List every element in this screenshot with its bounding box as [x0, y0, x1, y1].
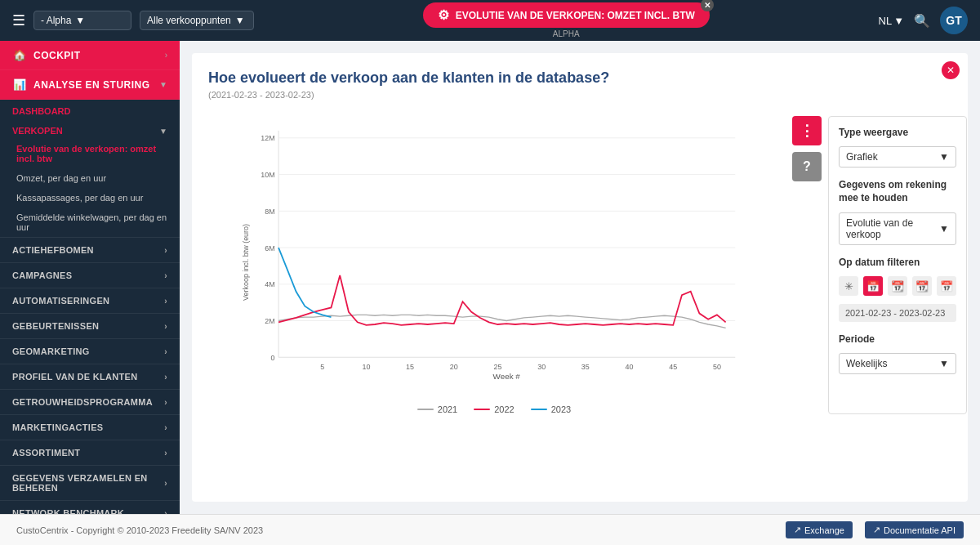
svg-text:5: 5 [320, 363, 324, 371]
sidebar-item-getrouw[interactable]: GETROUWHEIDSPROGRAMMA › [0, 389, 180, 414]
svg-text:50: 50 [713, 363, 721, 371]
sidebar-sub-evolutie[interactable]: Evolutie van de verkopen: omzet incl. bt… [0, 139, 180, 168]
close-chart-button[interactable]: ✕ [942, 61, 960, 79]
sidebar-verkopen[interactable]: VERKOPEN ▼ [0, 119, 180, 139]
svg-text:30: 30 [537, 363, 546, 371]
gegevens-label: Gegevens om rekening mee te houden [839, 179, 956, 204]
svg-text:0: 0 [271, 354, 275, 362]
svg-text:10: 10 [362, 363, 370, 371]
header-right: NL ▼ 🔍 GT [879, 7, 969, 34]
gegevens-dropdown[interactable]: Evolutie van de verkoop ▼ [839, 212, 956, 245]
breadcrumb-sub: ALPHA [553, 29, 580, 38]
svg-text:25: 25 [493, 363, 501, 371]
language-selector[interactable]: NL ▼ [879, 15, 905, 27]
chevron-right-icon: › [164, 449, 167, 458]
sidebar-item-assortiment[interactable]: ASSORTIMENT › [0, 440, 180, 465]
sidebar-dashboard[interactable]: DASHBOARD [0, 100, 180, 119]
chevron-right-icon: › [164, 322, 167, 331]
sidebar-item-gebeurtenissen[interactable]: GEBEURTENISSEN › [0, 313, 180, 338]
chart-legend: 2021 2022 2023 [208, 404, 780, 414]
periode-dropdown[interactable]: Wekelijks ▼ [839, 353, 956, 374]
chart-container: ✕ Hoe evolueert de verkoop aan de klante… [192, 53, 968, 502]
svg-text:12M: 12M [261, 134, 274, 142]
sidebar-item-campagnes[interactable]: CAMPAGNES › [0, 262, 180, 288]
docs-button[interactable]: ↗ Documentatie API [865, 521, 964, 538]
chevron-right-icon: › [164, 347, 167, 356]
sidebar-sub-gemiddelde[interactable]: Gemiddelde winkelwagen, per dag en uur [0, 208, 180, 237]
sidebar-item-analyse[interactable]: 📊 ANALYSE EN STURING ▼ [0, 70, 180, 100]
type-weergave-dropdown[interactable]: Grafiek ▼ [839, 146, 956, 168]
chevron-right-icon: › [164, 423, 167, 432]
chevron-right-icon: › [164, 246, 167, 255]
filter-calendar-active-icon[interactable]: 📅 [863, 276, 883, 296]
exchange-icon: ↗ [794, 525, 801, 535]
chevron-down-icon: ▼ [159, 127, 167, 136]
chevron-right-icon: › [164, 479, 167, 488]
sidebar-item-marketing[interactable]: MARKETINGACTIES › [0, 414, 180, 440]
periode-label: Periode [839, 333, 956, 345]
filter-calendar1-icon[interactable]: 📆 [888, 276, 907, 296]
svg-text:Verkoop incl. btw (euro): Verkoop incl. btw (euro) [242, 224, 250, 301]
svg-text:Week #: Week # [493, 372, 521, 381]
line-chart: Verkoop incl. btw (euro) 0 2M [208, 116, 780, 394]
hamburger-icon[interactable]: ☰ [12, 11, 25, 29]
alpha-dropdown[interactable]: - Alpha ▼ [33, 11, 131, 30]
chevron-right-icon: › [164, 271, 167, 280]
chevron-right-icon: › [165, 51, 167, 60]
svg-text:40: 40 [626, 363, 634, 371]
main-layout: 🏠 COCKPIT › 📊 ANALYSE EN STURING ▼ DASHB… [0, 41, 980, 514]
svg-text:20: 20 [450, 363, 458, 371]
svg-text:2M: 2M [265, 317, 274, 325]
chevron-down-icon: ▼ [159, 80, 167, 89]
chevron-down-icon: ▼ [75, 15, 85, 26]
sidebar-sub-omzet[interactable]: Omzet, per dag en uur [0, 168, 180, 188]
docs-icon: ↗ [873, 525, 880, 535]
filter-icons-row: ✳ 📅 📆 📆 📅 [839, 276, 956, 296]
legend-2023: 2023 [531, 404, 571, 414]
sidebar-item-automatiseringen[interactable]: AUTOMATISERINGEN › [0, 288, 180, 313]
chevron-down-icon: ▼ [939, 358, 949, 369]
avatar[interactable]: GT [940, 7, 968, 34]
legend-2021: 2021 [417, 404, 457, 414]
panel-floating-buttons: ⋮ ? [792, 116, 822, 414]
options-button[interactable]: ⋮ [792, 116, 822, 145]
filter-star-icon[interactable]: ✳ [839, 276, 858, 296]
copyright-text: CustoCentrix - Copyright © 2010-2023 Fre… [16, 525, 263, 535]
legend-2022: 2022 [474, 404, 514, 414]
sidebar-item-gegevens[interactable]: GEGEVENS VERZAMELEN EN BEHEREN › [0, 465, 180, 500]
sidebar-item-cockpit[interactable]: 🏠 COCKPIT › [0, 41, 180, 70]
sidebar-item-actiehefbomen[interactable]: ACTIEHEFBOMEN › [0, 237, 180, 262]
chevron-right-icon: › [164, 398, 167, 407]
sidebar-item-geomarketing[interactable]: GEOMARKETING › [0, 338, 180, 364]
chevron-down-icon: ▼ [939, 151, 949, 163]
svg-text:35: 35 [581, 363, 590, 371]
panel-controls: Type weergave Grafiek ▼ Gegevens om reke… [828, 116, 967, 414]
search-icon[interactable]: 🔍 [914, 13, 930, 29]
filter-calendar2-icon[interactable]: 📆 [912, 276, 932, 296]
chart-title: Hoe evolueert de verkoop aan de klanten … [208, 69, 951, 87]
close-breadcrumb-button[interactable]: ✕ [701, 0, 714, 11]
svg-text:8M: 8M [265, 208, 274, 216]
verkooppunten-dropdown[interactable]: Alle verkooppunten ▼ [140, 11, 254, 30]
filter-label: Op datum filteren [839, 257, 956, 268]
legend-line-2023 [531, 409, 547, 410]
chart-subtitle: (2021-02-23 - 2023-02-23) [208, 90, 951, 100]
chevron-down-icon: ▼ [893, 15, 904, 27]
cockpit-icon: 🏠 [12, 49, 27, 61]
svg-text:6M: 6M [265, 244, 274, 252]
chevron-right-icon: › [164, 297, 167, 306]
filter-calendar3-icon[interactable]: 📅 [937, 276, 956, 296]
header-left: ☰ - Alpha ▼ Alle verkooppunten ▼ [12, 11, 254, 30]
help-button[interactable]: ? [792, 152, 822, 181]
breadcrumb-pill: ⚙ EVOLUTIE VAN DE VERKOPEN: OMZET INCL. … [423, 2, 710, 28]
legend-line-2022 [474, 409, 490, 410]
sidebar-sub-kassapassages[interactable]: Kassapassages, per dag en uur [0, 188, 180, 208]
svg-text:4M: 4M [265, 280, 274, 288]
exchange-button[interactable]: ↗ Exchange [786, 521, 853, 538]
sidebar-item-profiel[interactable]: PROFIEL VAN DE KLANTEN › [0, 364, 180, 389]
chart-area: Verkoop incl. btw (euro) 0 2M [208, 116, 951, 414]
content-area: ✕ Hoe evolueert de verkoop aan de klante… [180, 41, 980, 514]
top-header: ☰ - Alpha ▼ Alle verkooppunten ▼ ⚙ EVOLU… [0, 0, 980, 41]
sidebar-item-network[interactable]: NETWORK BENCHMARK › [0, 500, 180, 514]
chart-icon: 📊 [12, 78, 27, 91]
